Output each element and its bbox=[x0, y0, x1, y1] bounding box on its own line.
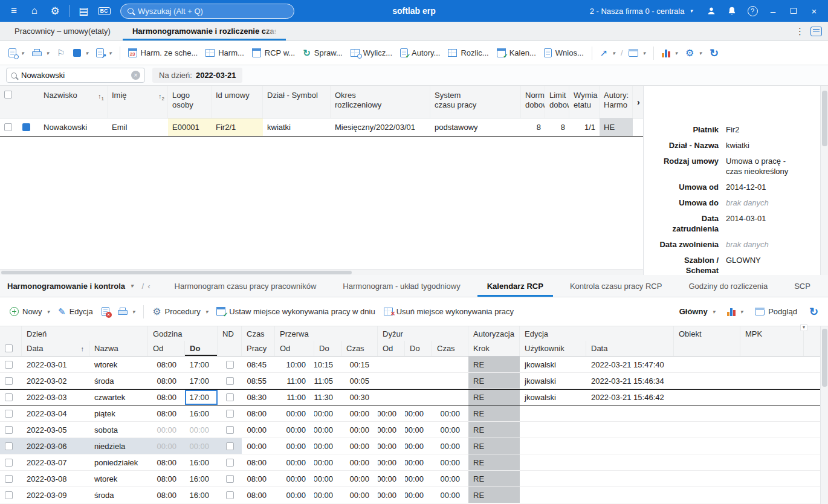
cell-dyzur-czas[interactable] bbox=[432, 373, 468, 389]
cell-uzytkownik[interactable]: jkowalski bbox=[520, 373, 586, 389]
rcp-button[interactable]: RCP w... bbox=[248, 44, 299, 62]
cell-dyzur-od[interactable]: 00:00 bbox=[378, 471, 405, 486]
cell-data[interactable]: 2022-03-03 bbox=[22, 390, 89, 405]
col-uzytkownik[interactable]: Użytkownik bbox=[520, 341, 586, 356]
cell-autoryzacja[interactable]: HE bbox=[600, 118, 633, 136]
cell-uzytkownik[interactable] bbox=[520, 438, 586, 454]
cell-krok[interactable]: RE bbox=[468, 438, 520, 454]
group-autoryzacja[interactable]: Autoryzacja bbox=[468, 326, 520, 341]
cell-przerwa-do[interactable]: 00:00 bbox=[314, 487, 341, 503]
cell-edycja-data[interactable] bbox=[586, 405, 674, 421]
cell-przerwa-od[interactable]: 11:00 bbox=[275, 373, 314, 389]
cell-krok[interactable]: RE bbox=[468, 454, 520, 470]
menu-icon[interactable]: ≡ bbox=[4, 0, 24, 22]
cell-przerwa-czas[interactable]: 00:15 bbox=[341, 357, 378, 372]
wylicz-button[interactable]: Wylicz... bbox=[347, 44, 396, 62]
cell-dyzur-czas[interactable]: 00:00 bbox=[432, 471, 468, 486]
cell-od[interactable]: 08:00 bbox=[148, 454, 185, 470]
cell-od[interactable]: 08:00 bbox=[148, 487, 185, 503]
cell-dyzur-od[interactable]: 00:00 bbox=[378, 405, 405, 421]
rozliczenie-button[interactable]: Rozlic... bbox=[444, 44, 492, 62]
col-do[interactable]: Do bbox=[185, 341, 218, 356]
cell-krok[interactable]: RE bbox=[468, 471, 520, 486]
calendar-row[interactable]: 2022-03-04 piątek 08:00 16:00 08:00 00:0… bbox=[0, 405, 828, 422]
nd-checkbox[interactable] bbox=[226, 442, 234, 450]
tab-harmonogram-czasu-pracy[interactable]: Harmonogram czasu pracy pracowników bbox=[161, 275, 330, 297]
cell-przerwa-do[interactable]: 00:00 bbox=[314, 471, 341, 486]
clear-search-icon[interactable]: × bbox=[131, 71, 140, 80]
cell-czas-pracy[interactable]: 00:00 bbox=[242, 422, 275, 438]
calendar-row[interactable]: 2022-03-06 niedziela 00:00 00:00 00:00 0… bbox=[0, 438, 828, 454]
cell-uzytkownik[interactable]: jkowalski bbox=[520, 390, 586, 405]
cell-edycja-data[interactable] bbox=[586, 487, 674, 503]
col-czas-pracy[interactable]: Pracy bbox=[242, 341, 275, 356]
cell-edycja-data[interactable] bbox=[586, 438, 674, 454]
tab-kalendarz-rcp[interactable]: Kalendarz RCP bbox=[474, 275, 557, 297]
cell-przerwa-od[interactable]: 00:00 bbox=[275, 454, 314, 470]
global-search[interactable] bbox=[120, 4, 294, 19]
group-mpk[interactable]: MPK bbox=[740, 326, 804, 341]
col-imie[interactable]: Imię↑2 bbox=[108, 86, 168, 118]
cell-uzytkownik[interactable]: jkowalski bbox=[520, 357, 586, 372]
cell-dyzur-do[interactable]: 00:00 bbox=[405, 438, 432, 454]
cell-edycja-data[interactable]: 2022-03-21 15:46:34 bbox=[586, 373, 674, 389]
col-dyzur-do[interactable]: Do bbox=[405, 341, 432, 356]
cell-do[interactable]: 16:00 bbox=[185, 471, 218, 486]
layout-selector-button[interactable]: Główny▾ bbox=[676, 303, 719, 321]
cell-czas-pracy[interactable]: 08:30 bbox=[242, 390, 275, 405]
group-nd[interactable]: ND bbox=[218, 326, 242, 341]
help-icon[interactable]: ? bbox=[742, 0, 763, 22]
cell-dzial[interactable]: kwiatki bbox=[263, 118, 331, 136]
cell-mpk[interactable] bbox=[740, 487, 804, 503]
col-logo-osoby[interactable]: Logoosoby bbox=[168, 86, 212, 118]
contacts-card-icon[interactable]: ▤ bbox=[73, 0, 94, 22]
view-group-selector[interactable]: Harmonogramowanie i kontrola ▾ bbox=[7, 275, 134, 297]
cell-do[interactable]: 16:00 bbox=[185, 405, 218, 421]
cell-mpk[interactable] bbox=[740, 471, 804, 486]
row-checkbox[interactable] bbox=[5, 377, 13, 385]
cell-mpk[interactable] bbox=[740, 405, 804, 421]
cell-przerwa-od[interactable]: 00:00 bbox=[275, 471, 314, 486]
set-workplace-button[interactable]: ✓Ustaw miejsce wykonywania pracy w dniu bbox=[213, 303, 378, 321]
nd-checkbox[interactable] bbox=[226, 491, 234, 499]
col-system-czasu-pracy[interactable]: Systemczasu pracy bbox=[430, 86, 521, 118]
select-all-checkbox[interactable] bbox=[5, 344, 13, 352]
tab-harmonogram-uklad-tygodniowy[interactable]: Harmonogram - układ tygodniowy bbox=[329, 275, 473, 297]
cell-logo-osoby[interactable]: E00001 bbox=[168, 118, 212, 136]
cell-przerwa-czas[interactable]: 00:00 bbox=[341, 438, 378, 454]
calendar-row[interactable]: 2022-03-05 sobota 00:00 00:00 00:00 00:0… bbox=[0, 422, 828, 438]
group-dyzur[interactable]: Dyżur bbox=[378, 326, 468, 341]
cell-edycja-data[interactable]: 2022-03-21 15:46:42 bbox=[586, 390, 674, 405]
flag-button[interactable]: ⚐ bbox=[53, 44, 68, 62]
cell-przerwa-czas[interactable]: 00:00 bbox=[341, 471, 378, 486]
cell-data[interactable]: 2022-03-07 bbox=[22, 454, 89, 470]
cell-nazwa[interactable]: sobota bbox=[89, 422, 148, 438]
user-icon[interactable] bbox=[701, 0, 722, 22]
cell-dyzur-czas[interactable]: 00:00 bbox=[432, 405, 468, 421]
print-button[interactable]: ▾ bbox=[28, 44, 53, 62]
col-okres-rozliczeniowy[interactable]: Okresrozliczeniowy bbox=[331, 86, 430, 118]
cell-do[interactable]: 17:00 bbox=[185, 373, 218, 389]
report-button[interactable]: ▾ bbox=[5, 44, 28, 62]
calendar-row[interactable]: 2022-03-02 środa 08:00 17:00 08:55 11:00… bbox=[0, 373, 828, 389]
tab-scp[interactable]: SCP bbox=[781, 275, 824, 297]
cell-krok[interactable]: RE bbox=[468, 390, 520, 405]
cell-dyzur-do[interactable] bbox=[405, 373, 432, 389]
toolbar-overflow-icon[interactable]: ▾ bbox=[800, 324, 807, 331]
calendar-row[interactable]: 2022-03-07 poniedziałek 08:00 16:00 08:0… bbox=[0, 454, 828, 471]
cell-edycja-data[interactable] bbox=[586, 471, 674, 486]
cell-uzytkownik[interactable] bbox=[520, 454, 586, 470]
scrollbar-thumb[interactable] bbox=[822, 91, 827, 146]
cell-przerwa-do[interactable]: 00:00 bbox=[314, 422, 341, 438]
edit-button[interactable]: ✎Edycja bbox=[54, 303, 97, 321]
cell-czas-pracy[interactable]: 08:00 bbox=[242, 454, 275, 470]
cell-nazwisko[interactable]: Nowakowski bbox=[39, 118, 108, 136]
tab-harmonogramowanie[interactable]: Harmonogramowanie i rozliczenie czas bbox=[121, 22, 287, 40]
wnioski-button[interactable]: Wnios... bbox=[540, 44, 587, 62]
cell-przerwa-do[interactable]: 00:00 bbox=[314, 405, 341, 421]
harmonogram-button[interactable]: Harm... bbox=[202, 44, 248, 62]
cell-obiekt[interactable] bbox=[674, 357, 740, 372]
cell-dyzur-do[interactable]: 00:00 bbox=[405, 454, 432, 470]
cell-limit[interactable]: 8 bbox=[545, 118, 569, 136]
cell-obiekt[interactable] bbox=[674, 438, 740, 454]
